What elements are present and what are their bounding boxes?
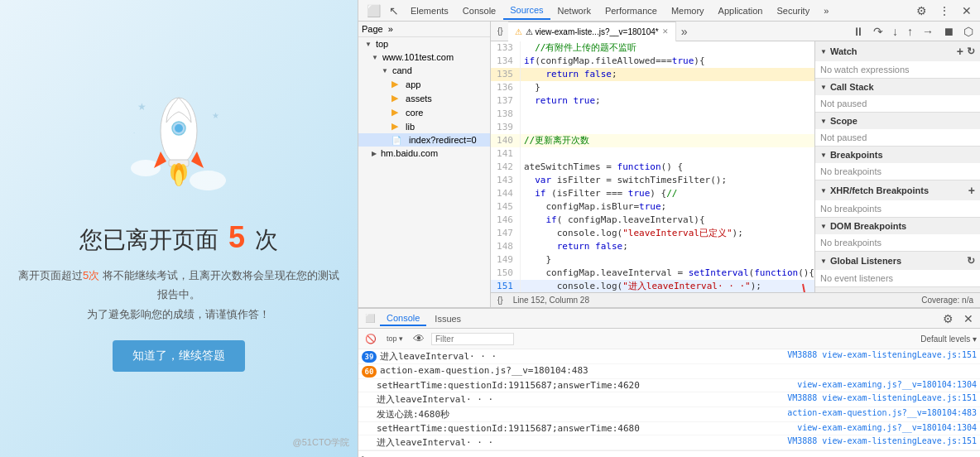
console-tabs: ⬜ Console Issues ⚙ ✕ <box>358 309 980 329</box>
tree-cand[interactable]: ▼cand <box>358 64 490 77</box>
more-options-icon[interactable]: ⋮ <box>935 2 954 19</box>
callstack-header[interactable]: ▼ Call Stack <box>815 79 980 95</box>
code-tab-active[interactable]: ⚠ ⚠ view-exam-liste...js?__v=180104* ✕ <box>508 22 676 41</box>
tab-more-icon[interactable]: » <box>678 23 691 40</box>
code-line-151: 151 console.log("进入leaveInterval· · ·"); <box>491 280 814 292</box>
continue-button[interactable]: 知道了，继续答题 <box>113 340 245 372</box>
tree-item-label: www.101test.com <box>382 52 454 62</box>
console-top-icon[interactable]: top ▾ <box>383 333 406 344</box>
close-console-icon[interactable]: ✕ <box>960 310 977 327</box>
tree-assets[interactable]: ▶ assets <box>358 91 490 105</box>
console-input[interactable] <box>371 453 977 457</box>
warning-message: 离开页面超过5次 将不能继续考试，且离开次数将会呈现在您的测试报告中。 为了避免… <box>17 266 341 324</box>
right-panel: ▼ Watch + ↻ No watch expressions ▼ <box>814 41 980 292</box>
settings-icon[interactable]: ⚙ <box>913 2 930 19</box>
tab-network[interactable]: Network <box>551 2 598 19</box>
console-link-3[interactable]: VM3888 view-exam-listeningLeave.js:151 <box>787 393 977 402</box>
console-row-5: setHeartTime:questionId:19115687;answerT… <box>358 422 980 435</box>
console-link-6[interactable]: VM3888 view-exam-listeningLeave.js:151 <box>787 436 977 445</box>
dom-body-text: No breakpoints <box>820 238 882 248</box>
console-link-5[interactable]: view-exam-examing.js?__v=180104:1304 <box>797 423 977 432</box>
tab-application[interactable]: Application <box>712 2 770 19</box>
global-listeners-section: ▼ Global Listeners ↻ No event listeners <box>815 252 980 287</box>
global-listeners-body: No event listeners <box>815 270 980 286</box>
tab-issues[interactable]: Issues <box>428 312 468 325</box>
tab-elements[interactable]: Elements <box>404 2 455 19</box>
tree-item-label: top <box>376 39 388 49</box>
global-listeners-header[interactable]: ▼ Global Listeners ↻ <box>815 252 980 270</box>
console-prompt: > <box>362 453 368 457</box>
tree-index[interactable]: 📄 index?redirect=0 <box>358 133 490 147</box>
refresh-watch-icon[interactable]: ↻ <box>967 46 975 57</box>
deactivate-breakpoints-btn[interactable]: ⏹ <box>939 23 958 40</box>
pause-on-exception-btn[interactable]: ⬡ <box>960 23 977 40</box>
dom-section: ▼ DOM Breakpoints No breakpoints <box>815 218 980 252</box>
breakpoints-label: Breakpoints <box>830 150 883 160</box>
format-code-icon[interactable]: {} <box>494 25 507 37</box>
leave-text: 您已离开页面 <box>79 227 219 253</box>
tab-sources[interactable]: Sources <box>503 2 550 20</box>
devtools-body: Page » ▼top ▼www.101test.com ▼cand ▶ app… <box>358 22 980 457</box>
cursor-info: Line 152, Column 28 <box>513 296 589 305</box>
tab-more[interactable]: » <box>817 2 835 19</box>
code-line-133: 133 //有附件上传的题不监听 <box>491 41 814 55</box>
breakpoints-header[interactable]: ▼ Breakpoints <box>815 147 980 163</box>
tab-close-icon[interactable]: ✕ <box>662 27 669 36</box>
step-into-btn[interactable]: ↓ <box>889 23 901 40</box>
xhr-header[interactable]: ▼ XHR/fetch Breakpoints + <box>815 180 980 200</box>
step-out-btn[interactable]: ↑ <box>904 23 916 40</box>
console-text-1: action-exam-question.js?__v=180104:483 <box>380 365 977 376</box>
add-xhr-icon[interactable]: + <box>968 184 975 197</box>
tree-lib[interactable]: ▶ lib <box>358 119 490 133</box>
xhr-section: ▼ XHR/fetch Breakpoints + No breakpoints <box>815 180 980 218</box>
breakpoints-body-text: No breakpoints <box>820 166 882 176</box>
tree-core[interactable]: ▶ core <box>358 105 490 119</box>
tree-app[interactable]: ▶ app <box>358 77 490 91</box>
tab-console[interactable]: Console <box>456 2 502 19</box>
scope-header[interactable]: ▼ Scope <box>815 113 980 129</box>
tree-top[interactable]: ▼top <box>358 37 490 51</box>
console-badge-60: 60 <box>362 366 377 378</box>
tab-performance[interactable]: Performance <box>598 2 664 19</box>
add-watch-icon[interactable]: + <box>957 45 963 58</box>
console-badge-39: 39 <box>362 351 377 363</box>
code-line-138: 138 <box>491 108 814 121</box>
console-eye-icon[interactable]: 👁 <box>410 330 428 347</box>
tree-baidu[interactable]: ▶hm.baidu.com <box>358 147 490 160</box>
watch-header[interactable]: ▼ Watch + ↻ <box>815 41 980 61</box>
code-line-135: 135 return false; <box>491 68 814 81</box>
step-btn[interactable]: → <box>919 23 937 40</box>
tree-expand-icon: » <box>388 24 393 34</box>
tab-security[interactable]: Security <box>770 2 816 19</box>
watch-label: Watch <box>830 46 858 56</box>
code-line-141: 141 <box>491 147 814 161</box>
default-levels-label[interactable]: Default levels ▾ <box>920 334 977 344</box>
step-over-btn[interactable]: ↷ <box>870 23 886 40</box>
console-text-3: 进入leaveInterval· · · <box>377 393 787 406</box>
console-dock-icon[interactable]: ⬜ <box>362 312 378 325</box>
tree-101test[interactable]: ▼www.101test.com <box>358 51 490 64</box>
xhr-label: XHR/fetch Breakpoints <box>830 185 929 195</box>
watch-body: No watch expressions <box>815 61 980 78</box>
tab-console-bottom[interactable]: Console <box>380 311 426 326</box>
dom-header[interactable]: ▼ DOM Breakpoints <box>815 218 980 234</box>
console-row-4: 发送心跳:4680秒 action-exam-question.js?__v=1… <box>358 407 980 422</box>
pause-resume-btn[interactable]: ⏸ <box>849 23 867 40</box>
clear-console-icon[interactable]: 🚫 <box>362 332 380 346</box>
console-link-2[interactable]: view-exam-examing.js?__v=180104:1304 <box>797 380 977 389</box>
devtools-inspect-icon[interactable]: ↖ <box>386 2 402 19</box>
svg-text:★: ★ <box>212 111 219 120</box>
code-line-143: 143 var isFilter = switchTimesFilter(); <box>491 174 814 187</box>
code-content[interactable]: 133 //有附件上传的题不监听 134 if(configMap.fileAl… <box>491 41 814 292</box>
console-link-0[interactable]: VM3888 view-exam-listeningLeave.js:151 <box>787 350 977 359</box>
devtools-dock-icon[interactable]: ⬜ <box>363 2 384 19</box>
svg-point-9 <box>175 170 182 186</box>
breakpoints-body: No breakpoints <box>815 163 980 180</box>
console-text-2: setHeartTime:questionId:19115687;answerT… <box>377 380 797 391</box>
console-filter-input[interactable] <box>431 333 514 345</box>
console-settings-icon[interactable]: ⚙ <box>939 310 957 327</box>
close-devtools-icon[interactable]: ✕ <box>958 2 975 19</box>
tab-memory[interactable]: Memory <box>665 2 711 19</box>
refresh-global-icon[interactable]: ↻ <box>967 255 975 267</box>
console-link-4[interactable]: action-exam-question.js?__v=180104:483 <box>787 408 977 417</box>
